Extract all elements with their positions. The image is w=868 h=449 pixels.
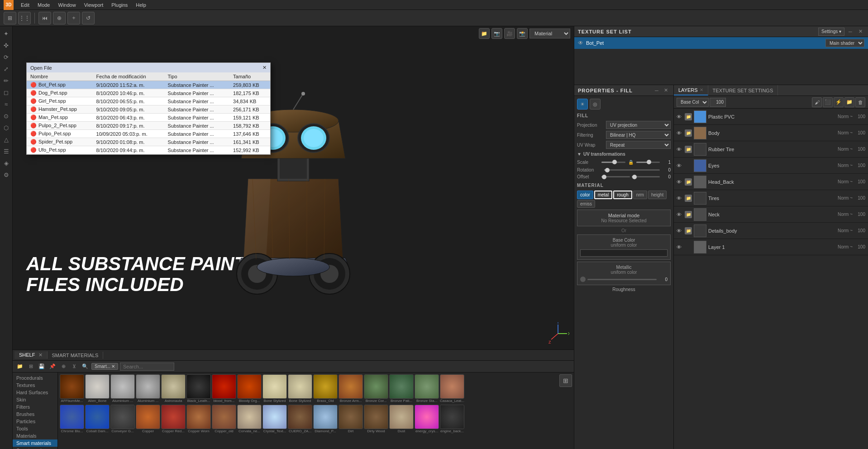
- shelf-item[interactable]: Bone Stylized: [262, 374, 287, 403]
- shelf-filter-tag[interactable]: Smart... ✕: [91, 363, 118, 370]
- prop-icon-sun[interactable]: ☀: [577, 99, 588, 110]
- shelf-tab-shelf[interactable]: SHELF ✕: [14, 351, 48, 359]
- photo-icon-btn[interactable]: 📸: [517, 28, 528, 39]
- shelf-search-btn[interactable]: 🔍: [81, 362, 90, 371]
- file-row[interactable]: 🔴Man_Pet.spp 8/10/2020 06:43:p. m. Subst…: [27, 114, 270, 122]
- sidebar-scale-icon[interactable]: ⤢: [1, 63, 12, 74]
- layer-eye-icon[interactable]: 👁: [677, 130, 683, 136]
- add-paint-layer-btn[interactable]: 🖌: [812, 97, 822, 107]
- file-dialog-close[interactable]: ✕: [262, 65, 267, 71]
- prop-panel-close[interactable]: ✕: [662, 86, 670, 95]
- file-row[interactable]: 🔴Pulpo_Pet.spp 10/09/2020 05:03:p. m. Su…: [27, 130, 270, 138]
- scale-slider-1[interactable]: [601, 162, 625, 163]
- shelf-item[interactable]: Aluminium ...: [110, 374, 135, 403]
- mat-btn-height[interactable]: height: [648, 191, 667, 199]
- shelf-item[interactable]: AFFburnMe...: [60, 374, 84, 403]
- refresh-button[interactable]: ↺: [82, 12, 95, 24]
- sidebar-rotate-icon[interactable]: ⟳: [1, 52, 12, 62]
- shelf-grid-btn[interactable]: ⊞: [26, 362, 35, 371]
- add-fill-layer-btn[interactable]: ⬛: [823, 97, 833, 107]
- scale-slider-2[interactable]: [636, 162, 660, 163]
- shelf-cat-materials[interactable]: Materials: [13, 432, 57, 439]
- shelf-cat-skin[interactable]: Skin: [13, 396, 57, 403]
- mat-btn-rough[interactable]: rough: [613, 191, 632, 199]
- shelf-cat-filters[interactable]: Filters: [13, 403, 57, 411]
- proj-dropdown[interactable]: UV projection Planar Triplanar: [606, 121, 671, 129]
- sidebar-select-icon[interactable]: ✦: [1, 28, 12, 39]
- prop-panel-minimize[interactable]: ─: [653, 86, 661, 95]
- shelf-item[interactable]: Copper_old: [212, 405, 236, 433]
- offset-slider-2[interactable]: [632, 176, 660, 177]
- layer-eye-icon[interactable]: 👁: [677, 196, 683, 201]
- shelf-item[interactable]: Aluminium ...: [136, 374, 160, 403]
- shelf-item[interactable]: blood_from...: [212, 374, 236, 403]
- shelf-item[interactable]: Alien_Bone: [85, 374, 110, 403]
- layer-item[interactable]: 👁 📁 Plastic PVC Norm ~ 100: [674, 109, 868, 125]
- menu-edit[interactable]: Edit: [17, 1, 33, 9]
- shelf-view-toggle[interactable]: ⊞: [559, 374, 572, 387]
- menu-mode[interactable]: Mode: [34, 1, 54, 9]
- mat-btn-emiss[interactable]: emiss: [577, 200, 595, 208]
- film-icon-btn[interactable]: 🎥: [504, 28, 515, 39]
- layer-item[interactable]: 👁 📁 Details_body Norm ~ 100: [674, 223, 868, 239]
- shelf-item[interactable]: Black_Leath...: [186, 374, 211, 403]
- shelf-pin-btn[interactable]: 📌: [48, 362, 57, 371]
- texture-set-close[interactable]: ✕: [856, 28, 864, 36]
- material-mode-dropdown[interactable]: Material Base Color Roughness Metallic: [529, 29, 570, 38]
- shelf-item[interactable]: Copper: [136, 405, 160, 433]
- col-size[interactable]: Tamaño: [229, 72, 270, 81]
- shelf-search-input[interactable]: [120, 363, 174, 371]
- shelf-cat-smart-masks[interactable]: Smart masks: [13, 447, 57, 449]
- layer-item[interactable]: 👁 📁 Neck Norm ~ 100: [674, 206, 868, 223]
- shelf-item[interactable]: Copper Worn: [186, 405, 211, 433]
- blend-mode-dropdown[interactable]: Base Col Norm Multiply: [677, 98, 709, 107]
- shelf-save-btn[interactable]: 💾: [37, 362, 46, 371]
- filter-tag-close[interactable]: ✕: [111, 364, 115, 369]
- uvwrap-dropdown[interactable]: Repeat Mirror Clamp: [606, 141, 671, 149]
- sidebar-mat-icon[interactable]: ◈: [1, 158, 12, 168]
- shelf-item[interactable]: Bronze Cor...: [364, 374, 388, 403]
- layer-eye-icon[interactable]: 👁: [677, 179, 683, 185]
- mat-btn-color[interactable]: color: [577, 191, 593, 199]
- shelf-cat-smart-materials[interactable]: Smart materials: [13, 439, 57, 447]
- scale-lock[interactable]: 🔒: [627, 158, 634, 166]
- adjust-button[interactable]: ⊕: [53, 12, 66, 24]
- layer-eye-icon[interactable]: 👁: [677, 147, 683, 152]
- sidebar-move-icon[interactable]: ✜: [1, 40, 12, 51]
- delete-layer-btn[interactable]: 🗑: [855, 97, 865, 107]
- shelf-item[interactable]: Conveyor G...: [110, 405, 135, 433]
- layer-item[interactable]: 👁 Layer 1 Norm ~ 100: [674, 239, 868, 255]
- file-row[interactable]: 🔴Spider_Pet.spp 9/10/2020 01:08:p. m. Su…: [27, 138, 270, 146]
- shelf-item[interactable]: Chrome Blu...: [60, 405, 84, 433]
- layer-eye-icon[interactable]: 👁: [677, 212, 683, 217]
- ts-eye-icon[interactable]: 👁: [578, 40, 583, 46]
- file-row[interactable]: 🔴Dog_Pet.spp 8/10/2020 10:46:p. m. Subst…: [27, 89, 270, 97]
- shelf-item[interactable]: Copper Red...: [161, 405, 186, 433]
- layer-item[interactable]: 👁 📁 Tires Norm ~ 100: [674, 190, 868, 206]
- sidebar-fill-icon[interactable]: ⬡: [1, 122, 12, 133]
- dots-button[interactable]: ⋮⋮: [18, 12, 31, 24]
- menu-help[interactable]: Help: [132, 1, 150, 9]
- shelf-cat-textures[interactable]: Textures: [13, 382, 57, 389]
- prop-icon-circle[interactable]: ◎: [590, 99, 601, 110]
- shelf-cat-hard-surfaces[interactable]: Hard Surfaces: [13, 389, 57, 396]
- shelf-item[interactable]: Bone Stylized: [288, 374, 312, 403]
- ts-shader-dropdown[interactable]: Main shader: [825, 39, 864, 47]
- shelf-item[interactable]: Brass_Old: [313, 374, 338, 403]
- menu-plugins[interactable]: Plugins: [108, 1, 131, 9]
- sidebar-erase-icon[interactable]: ◻: [1, 87, 12, 98]
- shelf-item[interactable]: Bronze Pati...: [389, 374, 414, 403]
- layers-tab-close-1[interactable]: ✕: [700, 87, 703, 92]
- file-row[interactable]: 🔴Ufo_Pet.spp 8/10/2020 09:44:p. m. Subst…: [27, 146, 270, 154]
- sidebar-smudge-icon[interactable]: ≈: [1, 99, 12, 110]
- shelf-cat-particles[interactable]: Particles: [13, 418, 57, 425]
- layer-item[interactable]: 👁 📁 Head_Back Norm ~ 100: [674, 174, 868, 190]
- layer-item[interactable]: 👁 📁 Rubber Tire Norm ~ 100: [674, 141, 868, 158]
- file-row[interactable]: 🔴Hamster_Pet.spp 9/10/2020 09:05:p. m. S…: [27, 105, 270, 114]
- sidebar-layers-icon[interactable]: ☰: [1, 146, 12, 157]
- shelf-item[interactable]: Bronze Arm...: [339, 374, 363, 403]
- uv-transform-header[interactable]: ▼ UV transformations: [577, 152, 671, 157]
- shelf-item[interactable]: Astronauta: [161, 374, 186, 403]
- offset-slider-1[interactable]: [601, 176, 630, 177]
- shelf-item[interactable]: Dirty Wood: [364, 405, 388, 433]
